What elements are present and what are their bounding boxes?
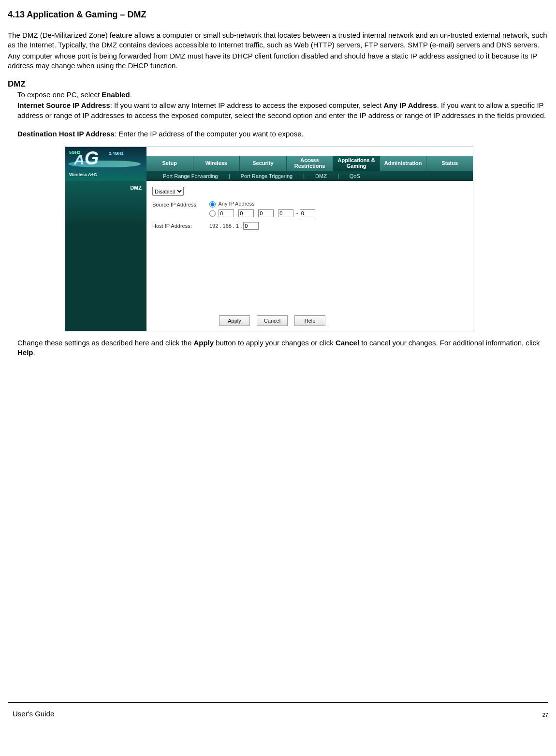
subtab-port-range-forwarding[interactable]: Port Range Forwarding xyxy=(156,173,225,179)
sidebar-title: DMZ xyxy=(65,185,142,191)
ip-octet-4[interactable] xyxy=(278,209,293,217)
subtab-qos[interactable]: QoS xyxy=(343,173,367,179)
tab-security[interactable]: Security xyxy=(240,156,287,171)
text: to cancel your changes. For additional i… xyxy=(359,339,540,347)
ip-octet-2[interactable] xyxy=(238,209,254,217)
ip-octet-1[interactable] xyxy=(219,209,234,217)
bold-enabled: Enabled xyxy=(102,90,130,99)
host-ip-last-octet[interactable] xyxy=(243,222,259,230)
footer-guide-label: User's Guide xyxy=(13,710,54,718)
intro-paragraph-1: The DMZ (De-Militarized Zone) feature al… xyxy=(8,30,548,50)
expose-paragraph: To expose one PC, select Enabled. xyxy=(17,90,548,100)
intro-paragraph-2: Any computer whose port is being forward… xyxy=(8,51,548,71)
text: . xyxy=(130,90,132,99)
source-ip-label: Source IP Address: xyxy=(152,201,209,208)
cancel-button[interactable]: Cancel xyxy=(257,315,288,326)
ip-octet-3[interactable] xyxy=(258,209,274,217)
tab-status[interactable]: Status xyxy=(426,156,473,171)
sub-heading-dmz: DMZ xyxy=(8,79,548,89)
tab-administration[interactable]: Administration xyxy=(380,156,427,171)
sub-tab-bar: Port Range Forwarding | Port Range Trigg… xyxy=(146,171,473,181)
text: : Enter the IP address of the computer y… xyxy=(115,130,304,138)
bold-destination-host-ip: Destination Host IP Address xyxy=(17,130,115,138)
dmz-enable-select[interactable]: Disabled xyxy=(152,187,184,196)
bold-cancel: Cancel xyxy=(336,339,359,347)
main-tab-bar: Setup Wireless Security Access Restricti… xyxy=(146,156,473,171)
bold-apply: Apply xyxy=(193,339,214,347)
separator-icon: | xyxy=(337,173,339,179)
bold-help: Help xyxy=(17,348,33,356)
bold-internet-source-ip: Internet Source IP Address xyxy=(17,101,110,109)
footer-paragraph: Change these settings as described here … xyxy=(17,338,548,358)
apply-button[interactable]: Apply xyxy=(219,315,250,326)
section-heading: 4.13 Application & Gaming – DMZ xyxy=(8,10,548,20)
separator-icon: | xyxy=(229,173,230,179)
subtab-port-range-triggering[interactable]: Port Range Triggering xyxy=(234,173,300,179)
host-ip-prefix: 192 . 168 . 1 . xyxy=(209,223,242,229)
tab-applications-gaming[interactable]: Applications & Gaming xyxy=(333,156,380,171)
page-number: 27 xyxy=(542,712,548,718)
host-ip-label: Host IP Address: xyxy=(152,222,209,229)
router-sidebar: Wireless A+G DMZ xyxy=(65,181,146,331)
radio-ip-range[interactable] xyxy=(209,210,216,217)
bold-any-ip-address: Any IP Address xyxy=(384,101,437,109)
text: . xyxy=(33,348,35,356)
text: Change these settings as described here … xyxy=(17,339,193,347)
ip-range-end[interactable] xyxy=(300,209,315,217)
any-ip-label: Any IP Address xyxy=(218,201,254,207)
text: To expose one PC, select xyxy=(17,90,102,99)
router-admin-screenshot: 5GHz 2.4GHz AG Setup Wireless Security A… xyxy=(65,147,473,331)
tab-setup[interactable]: Setup xyxy=(146,156,193,171)
text: : If you want to allow any Internet IP a… xyxy=(110,101,384,109)
band-24ghz-label: 2.4GHz xyxy=(109,151,124,156)
logo-wireless-label: Wireless A+G xyxy=(69,172,97,177)
tab-wireless[interactable]: Wireless xyxy=(193,156,240,171)
logo-ag-icon: AG xyxy=(74,148,99,169)
text: button to apply your changes or click xyxy=(214,339,336,347)
radio-any-ip[interactable] xyxy=(209,201,216,208)
help-button[interactable]: Help xyxy=(294,315,325,326)
separator-icon: | xyxy=(303,173,305,179)
source-ip-paragraph: Internet Source IP Address: If you want … xyxy=(17,101,548,120)
router-content-panel: Disabled Source IP Address: Any IP Addre… xyxy=(146,181,473,331)
subtab-dmz[interactable]: DMZ xyxy=(308,173,334,179)
destination-host-paragraph: Destination Host IP Address: Enter the I… xyxy=(17,129,548,139)
tab-access-restrictions[interactable]: Access Restrictions xyxy=(287,156,334,171)
footer-divider xyxy=(8,702,548,703)
